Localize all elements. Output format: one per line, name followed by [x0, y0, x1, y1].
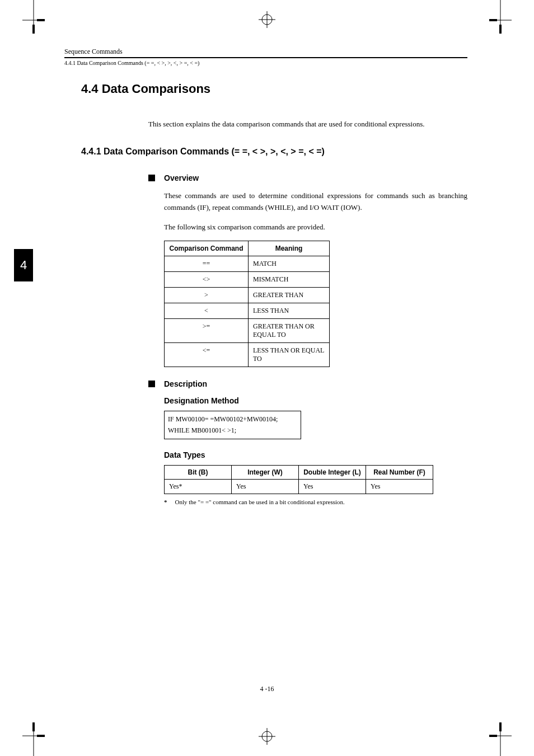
- rule: [64, 57, 467, 58]
- table-row: >=GREATER THAN OR EQUAL TO: [165, 319, 330, 343]
- bullet-icon: [148, 175, 155, 181]
- page-content: 4 Sequence Commands 4.4.1 Data Compariso…: [64, 48, 467, 505]
- description-label: Description: [164, 379, 207, 388]
- table-row: Yes* Yes Yes Yes: [165, 479, 433, 494]
- footnote-mark: *: [164, 499, 167, 505]
- table-row: <LESS THAN: [165, 303, 330, 319]
- footnote: *Only the "= =" command can be used in a…: [164, 499, 467, 505]
- running-head: Sequence Commands: [64, 48, 467, 56]
- code-line: WHILE MB001001< >1;: [168, 425, 297, 436]
- code-line: IF MW00100= =MW00102+MW00104;: [168, 414, 297, 425]
- th-int: Integer (W): [232, 465, 299, 479]
- overview-label: Overview: [164, 173, 199, 182]
- designation-heading: Designation Method: [164, 396, 467, 405]
- table-row: >GREATER THAN: [165, 288, 330, 303]
- th-mean: Meaning: [249, 241, 330, 256]
- table-row: <>MISMATCH: [165, 272, 330, 288]
- subsection-title: 4.4.1 Data Comparison Commands (= =, < >…: [81, 147, 467, 157]
- intro-text: This section explains the data compariso…: [148, 120, 467, 129]
- section-title: 4.4 Data Comparisons: [81, 82, 467, 96]
- types-table: Bit (B) Integer (W) Double Integer (L) R…: [164, 465, 433, 494]
- table-row: <=LESS THAN OR EQUAL TO: [165, 343, 330, 367]
- code-box: IF MW00100= =MW00102+MW00104; WHILE MB00…: [164, 411, 301, 439]
- overview-heading: Overview: [148, 173, 467, 182]
- chapter-tab: 4: [14, 249, 33, 281]
- bullet-icon: [148, 381, 155, 387]
- sub-head: 4.4.1 Data Comparison Commands (= =, < >…: [64, 60, 467, 66]
- overview-p1: These commands are used to determine con…: [164, 190, 467, 214]
- description-heading: Description: [148, 379, 467, 388]
- th-long: Double Integer (L): [299, 465, 366, 479]
- page-number: 4 -16: [260, 685, 274, 693]
- th-real: Real Number (F): [366, 465, 433, 479]
- types-heading: Data Types: [164, 450, 467, 459]
- th-bit: Bit (B): [165, 465, 232, 479]
- th-cmd: Comparison Command: [165, 241, 249, 256]
- comparison-table: Comparison Command Meaning ==MATCH <>MIS…: [164, 241, 330, 367]
- table-row: ==MATCH: [165, 256, 330, 272]
- overview-p2: The following six comparison commands ar…: [164, 222, 467, 233]
- footnote-text: Only the "= =" command can be used in a …: [175, 499, 345, 505]
